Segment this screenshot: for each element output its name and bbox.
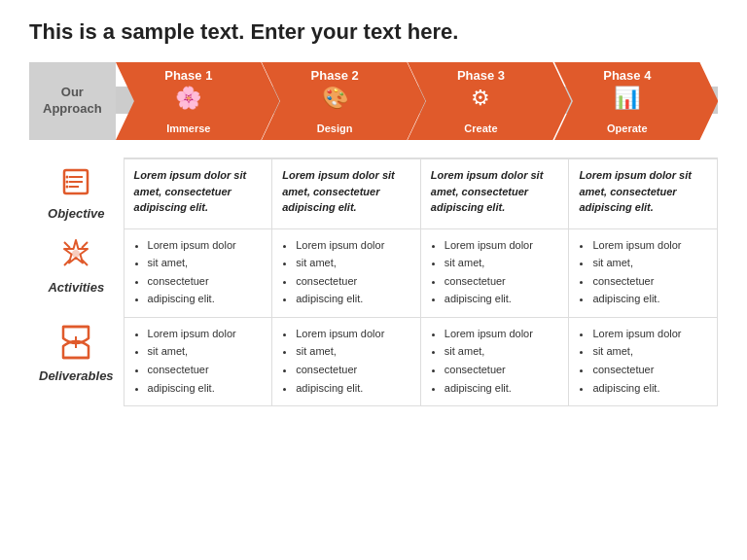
activities-cell-3: Lorem ipsum dolor sit amet, consectetuer… [420,228,569,317]
phase-2-label: Phase 2 [262,68,408,83]
phase-4-label: Phase 4 [554,68,700,83]
objective-cell-2: Lorem ipsum dolor sit amet, consectetuer… [272,158,421,228]
activities-cell-2: Lorem ipsum dolor sit amet, consectetuer… [272,228,421,317]
phase-arrow-2: Phase 2 🎨 Design [262,62,425,140]
content-table: Objective Lorem ipsum dolor sit amet, co… [29,158,718,406]
deliverables-cell-4: Lorem ipsum dolor sit amet, consectetuer… [569,317,718,405]
phase-1-label: Phase 1 [116,68,262,83]
phase-4-sublabel: Operate [554,122,700,134]
phase-2-sublabel: Design [262,122,408,134]
objective-header: Objective [29,158,124,228]
phase-2-icon: 🎨 [262,86,408,111]
phase-arrow-4: Phase 4 📊 Operate [554,62,718,140]
svg-point-9 [66,181,69,184]
page-title: This is a sample text. Enter your text h… [29,19,718,45]
deliverables-icon [61,325,90,365]
phase-3-label: Phase 3 [408,68,553,83]
phase-3-icon: ⚙ [408,86,553,111]
objective-row: Objective Lorem ipsum dolor sit amet, co… [29,158,718,228]
deliverables-header: Deliverables [29,317,124,405]
arrows-container: Phase 1 🌸 Immerse Phase 2 🎨 Design [116,62,718,140]
activities-cell-1: Lorem ipsum dolor sit amet, consectetuer… [124,228,272,317]
phase-4-icon: 📊 [554,86,700,111]
activities-cell-4: Lorem ipsum dolor sit amet, consectetuer… [569,228,718,317]
svg-point-10 [66,186,69,189]
phase-arrow-1: Phase 1 🌸 Immerse [116,62,279,140]
activities-icon [58,236,93,276]
activities-header: Activities [29,228,124,317]
activities-title: Activities [48,280,104,295]
svg-line-12 [64,242,70,248]
deliverables-cell-2: Lorem ipsum dolor sit amet, consectetuer… [272,317,421,405]
svg-point-11 [72,250,80,258]
objective-icon [60,166,91,202]
deliverables-cell-1: Lorem ipsum dolor sit amet, consectetuer… [124,317,272,405]
banner-row: OurApproach Phase 1 🌸 Immerse Phase 2 🎨 … [29,62,718,140]
phase-1-sublabel: Immerse [116,122,262,134]
phase-arrow-3: Phase 3 ⚙ Create [408,62,571,140]
activities-row: Activities Lorem ipsum dolor sit amet, c… [29,228,718,317]
deliverables-cell-3: Lorem ipsum dolor sit amet, consectetuer… [420,317,569,405]
objective-title: Objective [48,206,105,221]
deliverables-row: Deliverables Lorem ipsum dolor sit amet,… [29,317,718,405]
objective-cell-1: Lorem ipsum dolor sit amet, consectetuer… [124,158,272,228]
objective-cell-3: Lorem ipsum dolor sit amet, consectetuer… [420,158,569,228]
deliverables-title: Deliverables [39,368,114,383]
phase-1-icon: 🌸 [116,86,262,111]
svg-line-13 [82,242,88,248]
phase-3-sublabel: Create [408,122,553,134]
objective-cell-4: Lorem ipsum dolor sit amet, consectetuer… [569,158,718,228]
our-approach-label: OurApproach [29,62,116,140]
svg-point-8 [66,176,69,179]
